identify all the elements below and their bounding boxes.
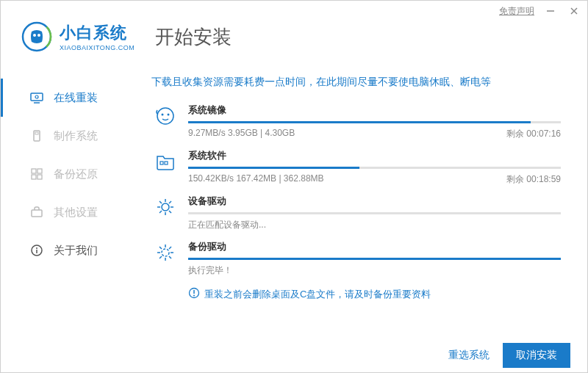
svg-line-31 — [169, 211, 171, 213]
warning-text: 重装之前会删除桌面及C盘文件，请及时备份重要资料 — [204, 288, 431, 301]
svg-point-6 — [37, 34, 40, 37]
install-hint: 下载且收集资源需要耗费一点时间，在此期间尽量不要使电脑休眠、断电等 — [151, 76, 561, 89]
sidebar-item-label: 在线重装 — [54, 91, 98, 105]
svg-line-39 — [159, 247, 162, 249]
task-remaining: 剩余 00:07:16 — [506, 128, 561, 140]
sidebar-item-label: 其他设置 — [54, 206, 98, 220]
brand-subtitle: XIAOBAIXITONG.COM — [60, 44, 135, 51]
monitor-icon — [30, 91, 43, 104]
sidebar-item-label: 关于我们 — [54, 244, 98, 258]
progress-bar — [188, 121, 561, 123]
info-icon — [30, 244, 43, 257]
cancel-install-button[interactable]: 取消安装 — [503, 343, 570, 368]
toolbox-icon — [30, 206, 43, 219]
task-remaining: 剩余 00:18:59 — [506, 173, 561, 186]
sidebar-item-backup[interactable]: 备份还原 — [1, 155, 129, 193]
svg-line-33 — [159, 211, 162, 213]
task-name: 系统软件 — [188, 149, 561, 162]
sidebar-item-label: 备份还原 — [54, 167, 98, 181]
svg-rect-24 — [165, 162, 168, 164]
task-detail: 正在匹配设备驱动... — [188, 219, 266, 231]
svg-point-34 — [162, 249, 169, 256]
page-title: 开始安装 — [155, 24, 232, 50]
task-backup-driver: 备份驱动 执行完毕！ — [151, 240, 561, 277]
warning-message: 重装之前会删除桌面及C盘文件，请及时备份重要资料 — [188, 287, 561, 301]
logo-icon — [21, 21, 52, 52]
sidebar-item-label: 制作系统 — [54, 129, 98, 143]
svg-point-8 — [35, 95, 38, 98]
sidebar: 在线重装 制作系统 备份还原 其他设置 关于我们 — [1, 58, 129, 340]
task-system-image: 系统镜像 9.27MB/s 3.95GB | 4.30GB 剩余 00:07:1… — [151, 104, 561, 140]
task-name: 备份驱动 — [188, 240, 561, 253]
close-button[interactable] — [567, 4, 581, 18]
face-icon — [151, 104, 179, 140]
svg-rect-11 — [35, 132, 38, 134]
svg-line-30 — [159, 201, 162, 203]
reselect-system-button[interactable]: 重选系统 — [448, 349, 490, 362]
main-content: 下载且收集资源需要耗费一点时间，在此期间尽量不要使电脑休眠、断电等 系统镜像 9… — [129, 58, 587, 340]
gear-dashed-icon — [151, 240, 179, 277]
svg-rect-15 — [37, 175, 42, 179]
alert-icon — [188, 287, 200, 301]
svg-point-25 — [162, 203, 169, 211]
task-detail: 150.42KB/s 167.42MB | 362.88MB — [188, 173, 324, 186]
svg-point-22 — [168, 114, 170, 116]
svg-rect-16 — [32, 210, 42, 217]
task-name: 系统镜像 — [188, 104, 561, 117]
svg-point-45 — [193, 295, 195, 297]
svg-rect-13 — [37, 169, 42, 173]
sidebar-item-about[interactable]: 关于我们 — [1, 231, 129, 269]
task-detail: 9.27MB/s 3.95GB | 4.30GB — [188, 128, 295, 140]
minimize-button[interactable] — [543, 4, 558, 18]
svg-rect-7 — [31, 93, 43, 101]
svg-point-18 — [36, 247, 37, 249]
svg-rect-12 — [32, 169, 36, 173]
grid-icon — [30, 167, 43, 181]
folder-icon — [151, 149, 179, 186]
sidebar-item-settings[interactable]: 其他设置 — [1, 193, 129, 231]
svg-line-42 — [159, 256, 162, 258]
task-detail: 执行完毕！ — [188, 264, 232, 277]
sidebar-item-reinstall[interactable]: 在线重装 — [1, 79, 129, 117]
brand-title: 小白系统 — [60, 22, 135, 44]
svg-line-32 — [169, 201, 171, 203]
svg-rect-23 — [160, 162, 163, 164]
svg-line-40 — [169, 256, 171, 258]
disclaimer-link[interactable]: 免责声明 — [499, 5, 534, 18]
progress-bar — [188, 212, 561, 214]
task-device-driver: 设备驱动 正在匹配设备驱动... — [151, 195, 561, 231]
usb-icon — [30, 129, 43, 142]
gear-icon — [151, 195, 179, 231]
task-name: 设备驱动 — [188, 195, 561, 208]
progress-bar — [188, 167, 561, 169]
brand: 小白系统 XIAOBAIXITONG.COM — [60, 22, 135, 51]
svg-line-41 — [169, 247, 171, 249]
svg-rect-14 — [32, 175, 36, 179]
sidebar-item-make[interactable]: 制作系统 — [1, 117, 129, 155]
svg-point-5 — [33, 34, 36, 37]
progress-bar — [188, 258, 561, 260]
svg-point-21 — [162, 114, 164, 116]
svg-point-20 — [157, 108, 173, 124]
task-system-software: 系统软件 150.42KB/s 167.42MB | 362.88MB 剩余 0… — [151, 149, 561, 186]
